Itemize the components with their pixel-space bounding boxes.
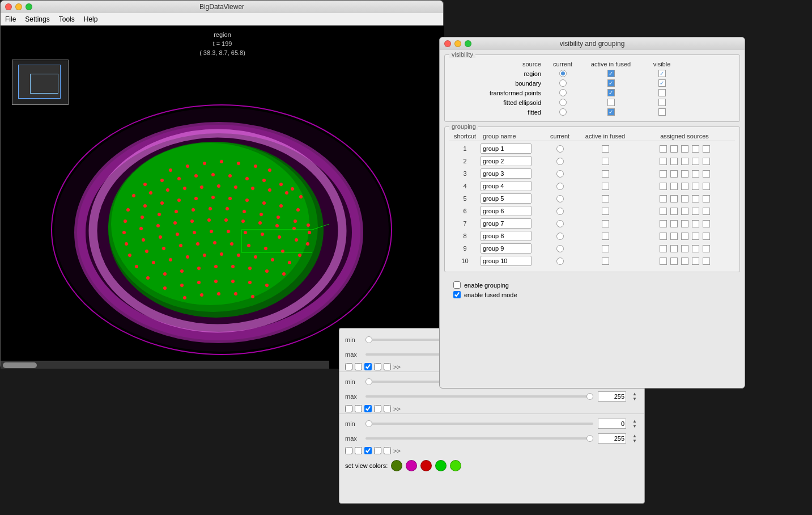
ch2-cb1[interactable]	[345, 405, 352, 412]
group-current-radio-4[interactable]	[556, 183, 564, 190]
menu-help[interactable]: Help	[84, 15, 98, 23]
ch3-min-track[interactable]	[365, 423, 593, 425]
group-src-cb-4-3[interactable]	[692, 183, 699, 190]
group-active-check-1[interactable]	[602, 145, 609, 153]
group-src-cb-1-0[interactable]	[660, 145, 667, 153]
group-current-radio-8[interactable]	[556, 233, 564, 240]
fitted-current-radio[interactable]	[559, 108, 567, 116]
group-src-cb-7-4[interactable]	[703, 220, 710, 227]
ch3-max-input[interactable]	[598, 433, 626, 444]
group-current-radio-6[interactable]	[556, 208, 564, 215]
ch1-cb2[interactable]	[355, 363, 362, 370]
group-name-input-7[interactable]	[481, 218, 532, 229]
ch3-min-spinner[interactable]: ▲▼	[631, 419, 639, 429]
group-src-cb-6-3[interactable]	[692, 208, 699, 215]
enable-grouping-checkbox[interactable]	[453, 281, 461, 289]
group-src-cb-9-4[interactable]	[703, 245, 710, 252]
group-src-cb-10-4[interactable]	[703, 258, 710, 265]
menu-tools[interactable]: Tools	[59, 15, 75, 23]
group-src-cb-8-4[interactable]	[703, 233, 710, 240]
group-src-cb-7-0[interactable]	[660, 220, 667, 227]
group-src-cb-8-1[interactable]	[670, 233, 678, 240]
group-src-cb-4-0[interactable]	[660, 183, 667, 190]
ch2-max-spinner[interactable]: ▲▼	[631, 391, 639, 402]
group-src-cb-1-3[interactable]	[692, 145, 699, 153]
ch2-cb2[interactable]	[355, 405, 362, 412]
ch1-cb1[interactable]	[345, 363, 352, 370]
group-src-cb-10-3[interactable]	[692, 258, 699, 265]
ch2-cb5[interactable]	[384, 405, 391, 412]
group-src-cb-1-1[interactable]	[670, 145, 678, 153]
ch3-max-spinner[interactable]: ▲▼	[631, 433, 639, 444]
group-src-cb-3-2[interactable]	[681, 170, 688, 178]
group-src-cb-9-1[interactable]	[670, 245, 678, 252]
group-current-radio-10[interactable]	[556, 258, 564, 265]
group-src-cb-2-3[interactable]	[692, 158, 699, 165]
region-current-radio[interactable]	[559, 70, 567, 77]
group-src-cb-8-3[interactable]	[692, 233, 699, 240]
group-src-cb-5-4[interactable]	[703, 195, 710, 202]
group-active-check-8[interactable]	[602, 233, 609, 240]
group-src-cb-2-4[interactable]	[703, 158, 710, 165]
ch2-cb3[interactable]	[364, 405, 372, 412]
ch2-more[interactable]: >>	[393, 406, 401, 412]
group-src-cb-10-0[interactable]	[660, 258, 667, 265]
vg-close-button[interactable]	[444, 40, 451, 47]
close-button[interactable]	[5, 3, 12, 10]
ch2-cb4[interactable]	[374, 405, 381, 412]
group-src-cb-9-3[interactable]	[692, 245, 699, 252]
group-src-cb-3-0[interactable]	[660, 170, 667, 178]
group-active-check-2[interactable]	[602, 158, 609, 165]
group-src-cb-5-0[interactable]	[660, 195, 667, 202]
group-src-cb-3-1[interactable]	[670, 170, 678, 178]
vg-minimize-button[interactable]	[454, 40, 461, 47]
menu-settings[interactable]: Settings	[25, 15, 49, 23]
color-red[interactable]	[420, 460, 432, 471]
ch1-cb4[interactable]	[374, 363, 381, 370]
ch3-max-thumb[interactable]	[586, 435, 593, 442]
transformed-visible-check[interactable]	[658, 89, 666, 96]
ellipsoid-visible-check[interactable]	[658, 99, 666, 106]
group-src-cb-7-3[interactable]	[692, 220, 699, 227]
ch1-min-thumb[interactable]	[365, 336, 372, 343]
ch3-cb5[interactable]	[384, 447, 391, 454]
color-magenta[interactable]	[406, 460, 417, 471]
group-src-cb-9-0[interactable]	[660, 245, 667, 252]
group-active-check-7[interactable]	[602, 220, 609, 227]
region-active-check[interactable]	[607, 70, 615, 77]
group-src-cb-5-3[interactable]	[692, 195, 699, 202]
bdv-canvas[interactable]: region t = 199 ( 38.3, 8.7, 65.8)	[1, 26, 444, 369]
group-src-cb-6-4[interactable]	[703, 208, 710, 215]
group-src-cb-1-4[interactable]	[703, 145, 710, 153]
group-current-radio-5[interactable]	[556, 195, 564, 202]
enable-fused-checkbox[interactable]	[453, 291, 461, 298]
group-src-cb-5-1[interactable]	[670, 195, 678, 202]
ellipsoid-active-check[interactable]	[607, 99, 615, 106]
group-name-input-6[interactable]	[481, 206, 532, 216]
group-src-cb-5-2[interactable]	[681, 195, 688, 202]
group-src-cb-3-3[interactable]	[692, 170, 699, 178]
region-visible-check[interactable]	[658, 70, 666, 77]
ellipsoid-current-radio[interactable]	[559, 99, 567, 106]
group-current-radio-2[interactable]	[556, 158, 564, 165]
ch2-min-thumb[interactable]	[365, 378, 372, 385]
group-active-check-10[interactable]	[602, 258, 609, 265]
group-current-radio-1[interactable]	[556, 145, 564, 153]
maximize-button[interactable]	[25, 3, 32, 10]
group-src-cb-2-0[interactable]	[660, 158, 667, 165]
ch1-cb5[interactable]	[384, 363, 391, 370]
group-src-cb-1-2[interactable]	[681, 145, 688, 153]
group-name-input-8[interactable]	[481, 231, 532, 241]
group-src-cb-8-0[interactable]	[660, 233, 667, 240]
group-src-cb-4-4[interactable]	[703, 183, 710, 190]
group-name-input-5[interactable]	[481, 193, 532, 204]
boundary-active-check[interactable]	[607, 79, 615, 87]
group-active-check-6[interactable]	[602, 208, 609, 215]
group-active-check-4[interactable]	[602, 183, 609, 190]
group-src-cb-6-1[interactable]	[670, 208, 678, 215]
ch3-min-thumb[interactable]	[365, 420, 372, 427]
group-src-cb-2-1[interactable]	[670, 158, 678, 165]
group-name-input-10[interactable]	[481, 256, 532, 266]
group-src-cb-7-1[interactable]	[670, 220, 678, 227]
ch3-min-input[interactable]	[598, 419, 626, 429]
